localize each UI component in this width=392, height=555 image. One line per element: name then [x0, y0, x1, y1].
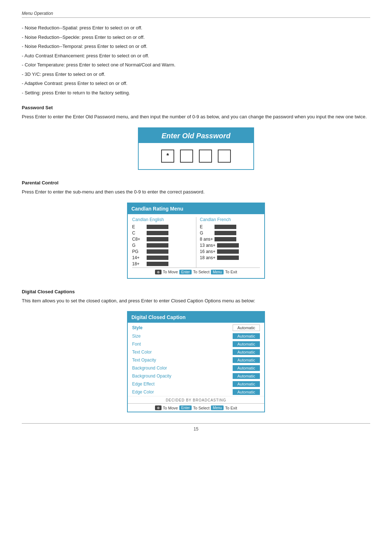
- bullet-item: - Noise Reduction--Speckle: press Enter …: [22, 34, 370, 41]
- dcc-edge-color-label: Edge Color: [132, 389, 154, 395]
- rating-row: 16 ans+: [200, 249, 260, 254]
- rating-bar: [147, 225, 168, 229]
- dcc-bg-opacity-label: Background Opacity: [132, 374, 171, 379]
- dcc-row-edge-effect: Edge Effect Automatic: [128, 380, 264, 388]
- dcc-row-text-opacity: Text Opacity Automatic: [128, 356, 264, 364]
- rating-columns: Candlan English E C C8+ G PG 14+ 18+ Can…: [132, 217, 260, 268]
- dcc-text-color-value: Automatic: [233, 349, 260, 355]
- dcc-text-opacity-value: Automatic: [233, 357, 260, 363]
- enter-btn: Enter: [179, 270, 192, 274]
- dcc-size-label: Size: [132, 334, 140, 339]
- dcc-dialog-title: Digital Closed Caption: [128, 312, 264, 323]
- rating-bar: [147, 243, 168, 248]
- rating-row: 13 ans+: [200, 243, 260, 248]
- dcc-row-edge-color: Edge Color Automatic: [128, 388, 264, 396]
- rating-col-french-header: Candlan French: [200, 217, 260, 222]
- dcc-row-font: Font Automatic: [128, 340, 264, 348]
- rating-dialog: Candlan Rating Menu Candlan English E C …: [127, 203, 265, 279]
- rating-divider: [196, 217, 196, 268]
- move-label: To Move: [163, 270, 178, 274]
- rating-row: 14+: [132, 255, 192, 260]
- password-dialog-title: Enter Old Password: [139, 128, 253, 143]
- rating-footer: ⊕ To Move Enter To Select Menu To Exit: [132, 268, 260, 276]
- bullet-item: - Noise Reduction--Spatial: press Enter …: [22, 24, 370, 32]
- exit-label: To Exit: [225, 270, 237, 274]
- dcc-style-value: Automatic: [233, 325, 260, 331]
- password-dialog-fields: *: [139, 143, 253, 169]
- rating-row: 18 ans+: [200, 255, 260, 260]
- dcc-exit-label: To Exit: [225, 406, 237, 410]
- dcc-move-icon: ⊕: [155, 405, 162, 410]
- page-number: 15: [22, 423, 370, 432]
- rating-row: 18+: [132, 261, 192, 266]
- dcc-move-label: To Move: [163, 406, 178, 410]
- dcc-enter-btn: Enter: [179, 405, 192, 410]
- dcc-select-label: To Select: [193, 406, 209, 410]
- rating-bar: [217, 243, 239, 248]
- rating-bar: [217, 256, 239, 260]
- dcc-style-label: Style: [132, 325, 143, 330]
- rating-bar: [215, 225, 236, 229]
- dcc-dialog-wrap: Digital Closed Caption Style Automatic S…: [22, 311, 370, 412]
- dcc-font-value: Automatic: [233, 341, 260, 347]
- password-dialog: Enter Old Password *: [138, 127, 254, 170]
- bullet-item: - Color Temperature: press Enter to sele…: [22, 61, 370, 69]
- dcc-edge-color-value: Automatic: [233, 389, 260, 395]
- dcc-style-row: Style Automatic: [128, 323, 264, 332]
- rating-col-english: Candlan English E C C8+ G PG 14+ 18+: [132, 217, 192, 268]
- password-field-3[interactable]: [199, 150, 212, 163]
- rating-row: G: [200, 230, 260, 236]
- rating-row: E: [132, 224, 192, 229]
- parental-control-body: Press Enter to enter the sub-menu and th…: [22, 188, 370, 196]
- dcc-row-size: Size Automatic: [128, 332, 264, 340]
- password-field-1[interactable]: *: [161, 150, 174, 163]
- rating-bar: [217, 249, 239, 254]
- password-field-4[interactable]: [218, 150, 231, 163]
- dcc-bg-color-value: Automatic: [233, 365, 260, 371]
- dcc-text-color-label: Text Color: [132, 350, 152, 355]
- rating-dialog-title: Candlan Rating Menu: [128, 203, 264, 214]
- rating-row: G: [132, 243, 192, 248]
- dcc-row-text-color: Text Color Automatic: [128, 348, 264, 356]
- rating-dialog-wrap: Candlan Rating Menu Candlan English E C …: [22, 203, 370, 279]
- rating-row: PG: [132, 249, 192, 254]
- password-set-title: Password Set: [22, 105, 370, 110]
- bullet-item: - Adaptive Contrast: press Enter to sele…: [22, 80, 370, 87]
- password-set-body: Press Enter to enter the Enter Old Passw…: [22, 113, 370, 121]
- bullet-item: - Setting: press Enter to return to the …: [22, 89, 370, 97]
- bullet-item: - Auto Contrast Enhancement: press Enter…: [22, 52, 370, 60]
- dcc-font-label: Font: [132, 342, 141, 347]
- dcc-body: This item allows you to set the closed c…: [22, 297, 370, 305]
- rating-bar: [147, 231, 168, 235]
- rating-dialog-content: Candlan English E C C8+ G PG 14+ 18+ Can…: [128, 214, 264, 278]
- dcc-menu-btn: Menu: [211, 405, 224, 410]
- dcc-row-bg-color: Background Color Automatic: [128, 364, 264, 372]
- password-field-2[interactable]: [180, 150, 193, 163]
- dcc-size-value: Automatic: [233, 333, 260, 339]
- dcc-bg-color-label: Background Color: [132, 366, 167, 371]
- rating-bar: [215, 231, 236, 235]
- rating-row: E: [200, 224, 260, 229]
- rating-row: 8 ans+: [200, 237, 260, 242]
- select-label: To Select: [193, 270, 209, 274]
- section-header: Menu Operation: [22, 11, 370, 18]
- rating-col-french: Candlan French E G 8 ans+ 13 ans+ 16 ans…: [200, 217, 260, 268]
- bullet-list: - Noise Reduction--Spatial: press Enter …: [22, 24, 370, 96]
- rating-bar: [147, 256, 168, 260]
- move-icon: ⊕: [155, 270, 162, 274]
- dcc-text-opacity-label: Text Opacity: [132, 358, 156, 363]
- bullet-item: - 3D Y/C: press Enter to select on or of…: [22, 71, 370, 78]
- rating-bar: [147, 249, 168, 254]
- password-dialog-wrap: Enter Old Password *: [22, 127, 370, 170]
- rating-bar: [147, 237, 168, 241]
- dcc-dialog: Digital Closed Caption Style Automatic S…: [127, 311, 265, 412]
- rating-col-english-header: Candlan English: [132, 217, 192, 222]
- rating-row: C8+: [132, 237, 192, 242]
- dcc-broadcast: DECIDED BY BROADCASTING: [128, 396, 264, 403]
- dcc-edge-effect-value: Automatic: [233, 381, 260, 387]
- dcc-footer: ⊕ To Move Enter To Select Menu To Exit: [128, 403, 264, 412]
- parental-control-title: Parental Control: [22, 180, 370, 185]
- bullet-item: - Noise Reduction--Temporal: press Enter…: [22, 43, 370, 50]
- rating-row: C: [132, 230, 192, 236]
- dcc-title: Digital Closed Captions: [22, 289, 370, 294]
